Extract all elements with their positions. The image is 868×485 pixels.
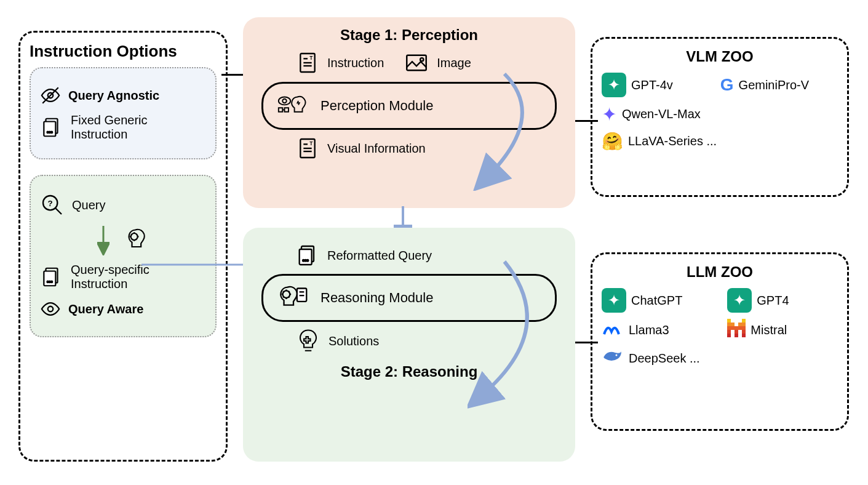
- svg-rect-46: [727, 319, 731, 323]
- vlm-zoo-title: VLM ZOO: [602, 48, 838, 65]
- mistral-label: Mistral: [751, 323, 787, 337]
- instruction-options-box: Instruction Options Query Agnostic Fixed…: [18, 31, 228, 462]
- eye-brain-icon: [276, 91, 311, 121]
- image-icon: [404, 50, 429, 76]
- svg-rect-57: [735, 334, 738, 337]
- svg-point-25: [420, 58, 423, 61]
- svg-point-17: [48, 307, 54, 312]
- svg-rect-3: [44, 122, 55, 137]
- fixed-generic-label: Fixed Generic Instruction: [71, 113, 206, 142]
- reasoning-module-box: Reasoning Module: [261, 274, 557, 322]
- svg-text:?: ?: [48, 199, 53, 208]
- stage1-box: Stage 1: Perception T Instruction Image …: [243, 17, 575, 208]
- svg-line-8: [55, 208, 62, 214]
- perception-module-box: Perception Module: [261, 82, 557, 130]
- svg-point-59: [616, 355, 618, 356]
- doc-text-icon: T: [295, 50, 320, 75]
- deepseek-label: DeepSeek ...: [629, 351, 700, 366]
- llava-label: LLaVA-Series ...: [628, 134, 717, 148]
- svg-rect-49: [731, 323, 735, 326]
- gpt4v-label: GPT-4v: [631, 78, 673, 92]
- query-aware-heading: Query Aware: [68, 302, 143, 316]
- gear-head-doc-icon: [276, 283, 311, 313]
- svg-rect-54: [735, 330, 738, 334]
- hugging-face-icon: 🤗: [602, 131, 623, 151]
- svg-rect-52: [727, 326, 746, 330]
- svg-rect-48: [727, 323, 731, 326]
- gpt-logo-icon: ✦: [727, 288, 752, 313]
- deepseek-whale-icon: [602, 348, 624, 369]
- svg-rect-38: [300, 249, 312, 265]
- visual-info-label: Visual Information: [327, 142, 426, 156]
- gpt-logo-icon: ✦: [602, 73, 626, 97]
- svg-point-27: [282, 99, 286, 103]
- stage2-box: Reformatted Query Reasoning Module Solut…: [243, 228, 575, 462]
- svg-rect-24: [407, 55, 427, 71]
- query-label: Query: [72, 198, 105, 212]
- gemini-label: GeminiPro-V: [739, 78, 809, 92]
- image-label: Image: [437, 56, 471, 70]
- query-agnostic-box: Query Agnostic Fixed Generic Instruction: [30, 67, 217, 159]
- svg-rect-56: [727, 334, 731, 337]
- mistral-logo-icon: [727, 319, 746, 342]
- svg-point-11: [131, 233, 138, 240]
- eye-icon: [40, 299, 61, 319]
- docs-icon: [40, 116, 63, 139]
- svg-point-26: [279, 97, 290, 105]
- query-specific-label: Query-specific Instruction: [71, 263, 206, 291]
- llama3-label: Llama3: [629, 323, 669, 337]
- query-agnostic-heading: Query Agnostic: [68, 89, 159, 103]
- query-aware-box: ? Query Query-specific Instruction Query…: [30, 175, 217, 337]
- qwen-logo-icon: ✦: [602, 103, 617, 125]
- lightbulb-puzzle-icon: [295, 328, 321, 354]
- solutions-label: Solutions: [328, 334, 379, 348]
- vlm-zoo-box: VLM ZOO ✦GPT-4v GGeminiPro-V ✦Qwen-VL-Ma…: [591, 37, 849, 197]
- svg-text:T: T: [309, 140, 313, 146]
- svg-rect-51: [742, 323, 746, 326]
- google-g-icon: G: [720, 75, 734, 95]
- instruction-options-title: Instruction Options: [30, 42, 217, 61]
- docs-icon: [295, 243, 320, 268]
- magnify-question-icon: ?: [40, 193, 65, 217]
- svg-rect-13: [44, 271, 55, 286]
- svg-rect-29: [285, 108, 289, 111]
- eye-off-icon: [40, 85, 61, 106]
- gear-head-icon: [122, 226, 149, 254]
- svg-rect-47: [742, 319, 746, 323]
- docs-icon: [40, 265, 63, 289]
- chatgpt-label: ChatGPT: [631, 294, 682, 308]
- reformatted-query-label: Reformatted Query: [327, 249, 432, 263]
- instruction-label: Instruction: [327, 56, 384, 70]
- stage1-title: Stage 1: Perception: [252, 26, 566, 44]
- green-arrow-down-icon: [97, 225, 109, 255]
- stage2-title: Stage 2: Reasoning: [252, 363, 566, 380]
- svg-text:T: T: [309, 55, 313, 61]
- gpt-logo-icon: ✦: [602, 288, 626, 313]
- svg-rect-53: [727, 330, 731, 334]
- gpt4-label: GPT4: [757, 294, 789, 308]
- svg-rect-50: [738, 323, 742, 326]
- qwen-label: Qwen-VL-Max: [622, 107, 701, 121]
- svg-rect-28: [279, 108, 282, 111]
- llm-zoo-title: LLM ZOO: [602, 263, 838, 281]
- reasoning-module-label: Reasoning Module: [321, 290, 433, 306]
- meta-logo-icon: [602, 320, 624, 341]
- svg-rect-55: [742, 330, 746, 334]
- doc-text-icon: T: [295, 136, 320, 161]
- llm-zoo-box: LLM ZOO ✦ChatGPT ✦GPT4 Llama3 Mistral De…: [591, 252, 849, 431]
- svg-rect-58: [742, 334, 746, 337]
- perception-module-label: Perception Module: [321, 98, 433, 114]
